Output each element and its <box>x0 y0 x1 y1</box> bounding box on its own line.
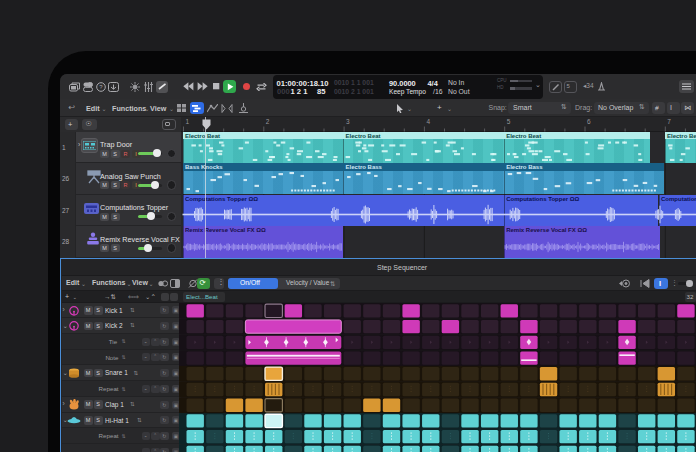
svg-text:?: ? <box>99 84 103 90</box>
